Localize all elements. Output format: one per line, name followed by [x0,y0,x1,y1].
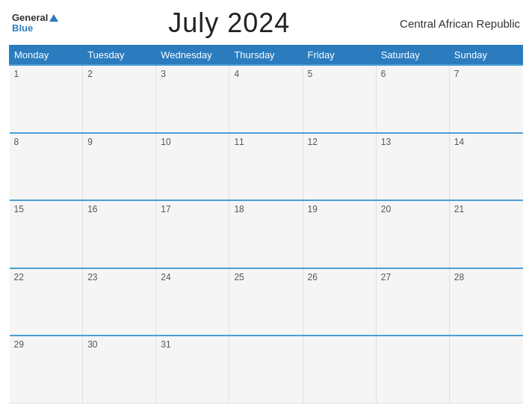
calendar-day-cell [376,336,449,404]
calendar-day-cell: 20 [376,200,449,268]
col-tuesday: Tuesday [83,46,156,66]
day-number: 29 [14,339,24,350]
calendar-day-cell: 9 [83,133,156,201]
weekday-header-row: Monday Tuesday Wednesday Thursday Friday… [10,46,523,66]
day-number: 17 [161,204,170,214]
calendar-day-cell: 26 [303,268,376,336]
day-number: 5 [308,69,313,79]
day-number: 27 [381,272,391,282]
month-title: July 2024 [168,7,290,39]
day-number: 10 [161,137,170,147]
calendar-day-cell: 11 [229,133,303,201]
day-number: 21 [454,204,464,214]
calendar-day-cell: 27 [376,268,449,336]
day-number: 14 [454,137,464,147]
day-number: 30 [87,339,97,350]
calendar-day-cell: 25 [229,268,303,336]
calendar-day-cell: 17 [156,200,229,268]
calendar-day-cell: 30 [83,336,156,404]
col-sunday: Sunday [449,46,522,66]
calendar-day-cell [229,336,303,404]
day-number: 24 [161,272,170,282]
calendar-day-cell: 14 [449,133,522,201]
calendar-day-cell: 2 [83,65,156,133]
logo-general-text: General [12,13,58,23]
col-friday: Friday [303,46,376,66]
day-number: 25 [234,272,244,282]
calendar-week-row: 15161718192021 [10,200,523,268]
day-number: 11 [234,137,244,147]
calendar-day-cell: 15 [10,200,83,268]
calendar-day-cell [449,336,522,404]
day-number: 12 [308,137,318,147]
calendar-week-row: 293031 [10,336,523,404]
calendar-day-cell: 22 [10,268,83,336]
calendar-day-cell [303,336,376,404]
calendar-day-cell: 28 [449,268,522,336]
day-number: 4 [234,69,239,79]
calendar-day-cell: 4 [229,65,303,133]
col-thursday: Thursday [229,46,303,66]
col-wednesday: Wednesday [156,46,229,66]
calendar-day-cell: 29 [10,336,83,404]
day-number: 13 [381,137,391,147]
calendar-day-cell: 3 [156,65,229,133]
calendar-day-cell: 1 [10,65,83,133]
calendar-thead: Monday Tuesday Wednesday Thursday Friday… [10,46,523,66]
day-number: 31 [161,339,170,350]
country-name: Central African Republic [400,17,520,30]
calendar-day-cell: 16 [83,200,156,268]
calendar-day-cell: 18 [229,200,303,268]
day-number: 22 [14,272,24,282]
calendar-day-cell: 5 [303,65,376,133]
calendar-day-cell: 13 [376,133,449,201]
calendar-day-cell: 8 [10,133,83,201]
day-number: 9 [87,137,93,147]
day-number: 20 [381,204,391,214]
day-number: 8 [14,137,19,147]
day-number: 6 [381,69,386,79]
logo: General Blue [12,13,58,34]
calendar-day-cell: 6 [376,65,449,133]
logo-triangle-icon [49,14,58,22]
calendar-week-row: 22232425262728 [10,268,523,336]
day-number: 2 [87,69,93,79]
day-number: 15 [14,204,24,214]
calendar-day-cell: 10 [156,133,229,201]
calendar-day-cell: 12 [303,133,376,201]
calendar-day-cell: 21 [449,200,522,268]
calendar-body: 1234567891011121314151617181920212223242… [10,65,523,404]
day-number: 19 [308,204,318,214]
calendar-table: Monday Tuesday Wednesday Thursday Friday… [9,45,523,404]
calendar-day-cell: 23 [83,268,156,336]
day-number: 3 [161,69,166,79]
day-number: 26 [308,272,318,282]
calendar-week-row: 1234567 [10,65,523,133]
col-saturday: Saturday [376,46,449,66]
calendar-wrapper: General Blue July 2024 Central African R… [0,0,532,411]
calendar-day-cell: 24 [156,268,229,336]
day-number: 23 [87,272,97,282]
day-number: 7 [454,69,460,79]
calendar-week-row: 891011121314 [10,133,523,201]
day-number: 16 [87,204,97,214]
logo-blue-text: Blue [12,23,33,34]
calendar-day-cell: 7 [449,65,522,133]
calendar-day-cell: 31 [156,336,229,404]
col-monday: Monday [10,46,83,66]
calendar-day-cell: 19 [303,200,376,268]
calendar-header: General Blue July 2024 Central African R… [9,7,523,39]
day-number: 1 [14,69,19,79]
day-number: 18 [234,204,244,214]
day-number: 28 [454,272,464,282]
